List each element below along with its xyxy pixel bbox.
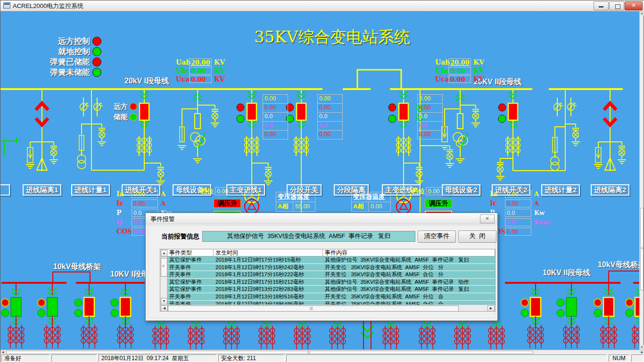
event-row[interactable]: 开关事件 2018年1月12日9时13分18秒516毫秒 开关变位 35KV综合… [167,293,495,301]
tap-label-right: 档位 [412,187,425,196]
tap-up-button-left[interactable]: 调压升 [214,199,241,208]
bus-bridge-right [609,271,640,282]
voltage-panel-right: Uab20.00KV Ubc0.00KV Uca0.00KV [435,58,484,83]
window-titlebar: ACREL2000电力监控系统 ✕ [0,0,644,11]
transformer-temp-left: 变压器温度 A相55.00 [276,192,315,212]
status-ready: 准备好 [1,354,50,362]
scroll-down-icon[interactable]: ▼ [161,298,167,305]
current-alarm-info: 其他保护信号 35KV综合变电站系统 AM5F 事件记录 复归 [202,231,415,242]
mid-feeder-cts [153,320,504,349]
canvas-hscrollbar[interactable]: ◀ ▶ [0,350,644,354]
red-lamp-icon [92,58,101,66]
breaker-inline-1 [140,103,149,120]
scroll-up-icon[interactable]: ▲ [640,11,644,16]
event-table-vscrollbar[interactable]: ▲ ▼ [160,249,167,304]
canvas-vscrollbar[interactable]: ▲ ▼ [639,11,644,350]
indicator-green [237,115,244,123]
bay-inline-breaker-2 [496,90,565,180]
col-event-type[interactable]: 事件类型 [167,249,214,256]
partial-label-box[interactable] [0,184,10,196]
event-row[interactable]: 其它保护事件 2018年1月12日9时17分15秒212毫秒 其他保护信号 35… [167,279,495,286]
transformer-temp-right: 变压器温度 A相0.00 [351,192,391,212]
close-button[interactable]: ✕ [625,1,643,10]
legend-item: 就地控制 [18,46,101,57]
event-row[interactable]: 其它保护事件 2018年1月12日9时17分19秒15毫秒 其他保护信号 35K… [167,256,495,264]
legend-item: 远方控制 [18,36,101,46]
bay-inline-metering-2 [551,90,580,171]
status-safe-days: 安全天数: 211 [218,354,284,362]
event-table-hscrollbar[interactable]: ◀ ▶ [160,304,495,311]
event-table-rows: 其它保护事件 2018年1月12日9时17分19秒15毫秒 其他保护信号 35K… [167,256,495,304]
uab-value[interactable]: 20.00 [448,58,471,66]
col-event-content[interactable]: 事件内容 [323,249,495,256]
event-row[interactable]: 开关事件 2018年1月12日9时17分15秒242毫秒 开关变位 35KV综合… [167,264,495,272]
dialog-close-button[interactable]: ✕ [480,214,495,223]
tap-up-button-right[interactable]: 调压升 [425,199,452,208]
diagram-title: 35KV综合变电站系统 [254,26,410,48]
breaker-inline-2 [508,103,518,120]
bridge-right-label: 10kV母线桥架 [598,260,640,270]
bus-10kv-2-label: 10KV II段母线 [543,268,590,278]
status-empty-2 [286,354,607,362]
breaker-transformer-2 [399,103,408,120]
close-dialog-button[interactable]: 关 闭 [458,230,496,243]
event-row[interactable]: 开关事件 2018年1月12日9时17分15秒222毫秒 开关变位 35KV综合… [167,271,495,279]
clear-events-button[interactable]: 清空事件 [418,230,456,243]
event-row[interactable]: 其它保护事件 2018年1月12日9时13分22秒283毫秒 其他保护信号 35… [167,286,495,293]
bay-inline-isolator-1 [26,90,58,171]
legend-item: 弹簧已储能 [18,57,101,67]
status-empty-3 [631,354,644,362]
hscroll-thumb[interactable] [168,305,459,312]
status-datetime: 2018年01月12日 09:17:24 星期五 [99,354,216,362]
bridge-left-label: 10kV母线桥架 [53,262,101,272]
restore-button[interactable] [609,1,624,10]
uca-value[interactable]: 0.00 [189,75,212,83]
event-row[interactable]: 开关事件 2018年1月12日9时13分18秒485毫秒 开关变位 35KV综合… [167,301,495,304]
status-num-lock: NUM [609,354,629,362]
col-event-time[interactable]: 发生时间 [214,249,323,256]
remote-lamp-icon [130,103,137,110]
bay-inline-isolator-2 [594,90,626,171]
legend-item: 弹簧未储能 [18,67,101,77]
scroll-down-icon[interactable]: ▼ [640,345,644,350]
status-bar: 准备好 2018年01月12日 09:17:24 星期五 安全天数: 211 N… [0,354,644,362]
bay-bus-equipment-1 [178,90,219,163]
ground-symbol [1,138,19,156]
current-alarm-label: 当前报警信息 [161,232,199,241]
bay-label-1[interactable]: 进线隔离1 [23,184,61,196]
bay-inline-breaker-1 [137,90,165,185]
ubc-value[interactable]: 0.00 [189,67,212,74]
ubc-value[interactable]: 0.00 [448,67,471,74]
minimize-button[interactable] [594,1,609,10]
vscroll-thumb[interactable] [161,258,167,277]
meter-panel-right: Ia0.00A Ic0.00A P0.0Kw Q0.0Kvar COS0.00 [490,189,550,236]
tap-value-left: 0.00 [215,187,242,195]
bay-bus-equipment-2 [440,90,480,163]
scroll-left-icon[interactable]: ◀ [161,305,168,312]
uca-value[interactable]: 0.00 [448,75,471,83]
uab-value[interactable]: 20.00 [189,58,212,66]
hscroll-thumb[interactable] [6,351,533,354]
scroll-right-icon[interactable]: ▶ [487,305,495,312]
voltage-panel-left: Uab20.00KV Ubc0.00KV Uca0.00KV [176,58,225,83]
meas-box-2: 0.00 0.00 0.0 0.0 0.00 [317,94,343,140]
bay-label-2[interactable]: 进线计量1 [71,184,110,196]
meas-box-1: 0.00 0.00 0.0 0.0 0.00 [263,94,288,140]
breaker-section [297,103,306,120]
green-lamp-icon [92,68,101,77]
dialog-title: 事件报警 [150,215,175,223]
red-lamp-icon [92,37,101,46]
bay-label-12[interactable]: 进线隔离2 [591,184,629,196]
dialog-titlebar[interactable]: 事件报警 [146,213,497,224]
event-alarm-dialog: 事件报警 ✕ 当前报警信息 其他保护信号 35KV综合变电站系统 AM5F 事件… [145,213,498,321]
app-icon [3,2,10,8]
bus-bridge-left [53,272,90,282]
event-table: ▲ ▼ 事件类型 发生时间 事件内容 其它保护事件 2018年1月12日9时17… [160,249,495,312]
vscroll-thumb[interactable] [640,208,644,290]
legend: 远方控制 就地控制 弹簧已储能 弹簧未储能 [18,36,101,77]
green-lamp-icon [92,47,101,56]
breaker1-status: 远方 储能 [114,101,137,122]
breaker-transformer-1 [247,103,256,120]
scroll-up-icon[interactable]: ▲ [161,250,167,257]
window-title: ACREL2000电力监控系统 [13,2,83,10]
